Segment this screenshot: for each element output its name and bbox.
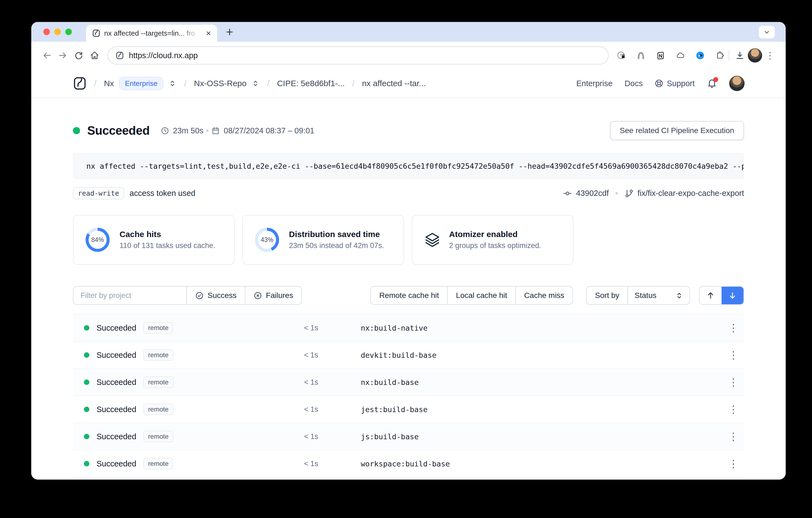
distribution-card: 43% Distribution saved time 23m 50s inst… <box>242 215 404 265</box>
table-row[interactable]: Succeeded remote < 1s nx:build-native ⋮ <box>73 315 744 342</box>
branch-name[interactable]: fix/fix-clear-expo-cache-export <box>638 189 744 198</box>
user-avatar[interactable] <box>729 76 745 91</box>
see-related-cipe-button[interactable]: See related CI Pipeline Execution <box>610 121 744 140</box>
new-tab-button[interactable]: + <box>224 25 235 38</box>
nav-link-support[interactable]: Support <box>655 79 695 88</box>
row-status: Succeeded remote <box>73 458 304 469</box>
calendar-icon <box>211 127 220 135</box>
notifications-button[interactable] <box>707 78 717 89</box>
breadcrumb-org[interactable]: Nx Enterprise <box>104 77 177 90</box>
close-window-button[interactable] <box>43 29 50 35</box>
row-cache-badge: remote <box>143 458 173 469</box>
table-row[interactable]: Succeeded remote < 1s js:build-base ⋮ <box>73 423 744 450</box>
row-kebab-icon[interactable]: ⋮ <box>728 323 738 333</box>
table-row[interactable]: Succeeded remote < 1s devkit:build-base … <box>73 342 744 369</box>
task-list: Succeeded remote < 1s nx:build-native ⋮ … <box>73 314 744 478</box>
forward-button[interactable] <box>55 48 71 63</box>
row-status: Succeeded remote <box>73 376 304 388</box>
status-filter-group: Success Failures <box>73 286 302 305</box>
lifebuoy-icon <box>655 79 663 88</box>
check-circle-icon <box>195 291 204 300</box>
command-box: nx affected --targets=lint,test,build,e2… <box>73 153 744 179</box>
browser-profile-avatar[interactable] <box>748 48 762 62</box>
row-kebab-icon[interactable]: ⋮ <box>728 377 738 387</box>
sort-ascending-button[interactable] <box>700 287 722 304</box>
tab-title: nx affected --targets=lin... fro <box>104 29 203 37</box>
arc-extension-icon[interactable] <box>635 49 647 61</box>
table-row[interactable]: Succeeded remote < 1s workspace:build-ba… <box>73 450 744 478</box>
org-switcher-icon[interactable] <box>168 79 177 87</box>
home-button[interactable] <box>87 48 103 63</box>
sort-by-label: Sort by <box>587 287 628 304</box>
stat-cards: 84% Cache hits 110 of 131 tasks used cac… <box>73 215 744 265</box>
sort-select[interactable]: Status <box>628 287 690 304</box>
cache-hits-subtitle: 110 of 131 tasks used cache. <box>119 241 215 250</box>
browser-menu-button[interactable]: ⋮ <box>762 48 778 63</box>
zoom-window-button[interactable] <box>65 29 72 35</box>
reload-icon <box>74 51 84 60</box>
breadcrumb-separator: / <box>352 78 354 89</box>
address-bar[interactable]: https://cloud.nx.app <box>108 46 609 64</box>
token-row: read-write access token used 43902cdf fi… <box>73 187 744 199</box>
row-status-dot <box>84 461 89 466</box>
row-status-label: Succeeded <box>96 432 136 441</box>
row-status-label: Succeeded <box>96 405 136 414</box>
extension-icons: IQ <box>615 49 726 61</box>
failures-filter-label: Failures <box>266 291 293 300</box>
cache-hits-donut: 84% <box>86 228 110 252</box>
row-status-dot <box>84 434 89 439</box>
sort-group: Sort by Status <box>586 286 690 305</box>
enterprise-badge: Enterprise <box>119 77 164 90</box>
video-speed-extension-icon[interactable]: IQ <box>694 49 706 61</box>
browser-tab[interactable]: nx affected --targets=lin... fro × <box>86 25 217 42</box>
workspace-switcher-icon[interactable] <box>251 79 260 87</box>
duration-meta: 23m 50s <box>161 126 203 135</box>
reload-button[interactable] <box>71 48 87 63</box>
project-filter-input[interactable] <box>74 287 186 304</box>
distribution-donut: 43% <box>255 228 279 252</box>
failures-filter-button[interactable]: Failures <box>245 287 301 304</box>
command-text: nx affected --targets=lint,test,build,e2… <box>86 162 744 170</box>
branch-icon <box>625 189 634 198</box>
breadcrumb-cipe[interactable]: CIPE: 5e8d6bf1-... <box>277 79 345 88</box>
commit-hash[interactable]: 43902cdf <box>576 189 609 198</box>
breadcrumb-separator: / <box>94 78 96 89</box>
sort-descending-button[interactable] <box>722 287 744 304</box>
breadcrumb-workspace[interactable]: Nx-OSS-Repo <box>194 79 260 88</box>
nav-link-enterprise[interactable]: Enterprise <box>576 79 612 88</box>
back-button[interactable] <box>39 48 55 63</box>
row-status-label: Succeeded <box>96 378 136 387</box>
sort-value: Status <box>635 291 656 300</box>
row-status-dot <box>84 325 89 331</box>
row-kebab-icon[interactable]: ⋮ <box>728 459 738 469</box>
row-kebab-icon[interactable]: ⋮ <box>728 431 738 442</box>
breadcrumb-run: nx affected --tar... <box>362 79 426 88</box>
row-status-dot <box>84 407 89 412</box>
status-dot <box>73 127 80 134</box>
table-row[interactable]: Succeeded remote < 1s jest:build-base ⋮ <box>73 396 744 423</box>
cloud-extension-icon[interactable] <box>674 49 687 61</box>
remote-cache-hit-button[interactable]: Remote cache hit <box>371 287 447 304</box>
row-kebab-icon[interactable]: ⋮ <box>728 404 738 414</box>
extensions-puzzle-icon[interactable] <box>714 49 726 61</box>
success-filter-button[interactable]: Success <box>186 287 245 304</box>
password-manager-icon[interactable] <box>615 49 627 61</box>
notion-extension-icon[interactable] <box>655 49 667 61</box>
table-row[interactable]: Succeeded remote < 1s nx:build-base ⋮ <box>73 369 744 396</box>
row-kebab-icon[interactable]: ⋮ <box>728 350 738 360</box>
tab-list-chevron-button[interactable] <box>759 26 775 38</box>
cache-miss-button[interactable]: Cache miss <box>515 287 572 304</box>
vcs-info: 43902cdf fix/fix-clear-expo-cache-export <box>563 189 744 198</box>
minimize-window-button[interactable] <box>54 29 61 35</box>
nav-link-docs[interactable]: Docs <box>625 79 643 88</box>
row-duration: < 1s <box>304 460 361 468</box>
row-status-label: Succeeded <box>96 459 136 468</box>
row-status: Succeeded remote <box>73 322 304 334</box>
notification-dot <box>713 77 718 82</box>
atomizer-subtitle: 2 groups of tasks optimized. <box>449 241 541 250</box>
downloads-button[interactable] <box>732 48 748 63</box>
close-tab-icon[interactable]: × <box>204 28 213 38</box>
local-cache-hit-button[interactable]: Local cache hit <box>447 287 515 304</box>
cache-hits-card: 84% Cache hits 110 of 131 tasks used cac… <box>73 215 235 265</box>
download-icon <box>735 51 745 60</box>
